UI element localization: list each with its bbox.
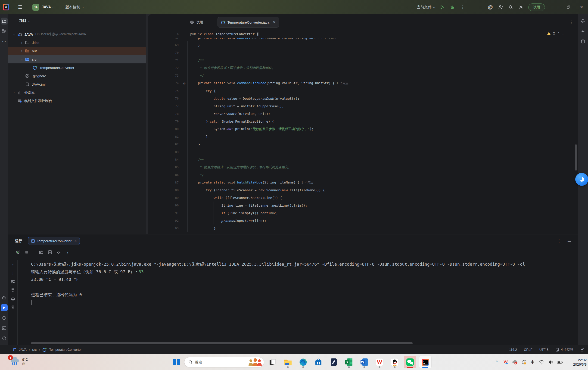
code-line-72[interactable]: 72 * 命令行参数模式：两个参数，分别为数值和单位。 bbox=[148, 64, 578, 72]
taskbar-wechat[interactable] bbox=[404, 356, 416, 368]
sticky-line[interactable]: 4public class TemperatureConverter { bbox=[148, 30, 578, 38]
taskbar-excel[interactable] bbox=[343, 356, 355, 368]
scroll-down-icon[interactable]: ↓ bbox=[10, 271, 16, 275]
code-line-74[interactable]: 74@ private static void commandLineMode(… bbox=[148, 79, 578, 87]
code-line-82[interactable]: 82 } bbox=[148, 140, 578, 148]
cloud-error-icon[interactable] bbox=[512, 359, 518, 365]
code-line-93[interactable]: 93 } bbox=[148, 224, 578, 232]
search-icon[interactable] bbox=[506, 0, 516, 14]
search-box[interactable]: 搜索 bbox=[184, 357, 264, 367]
breadcrumb-item[interactable]: TemperatureConverter bbox=[49, 348, 82, 351]
window-close-button[interactable]: ✕ bbox=[575, 0, 588, 14]
code-line-86[interactable]: 86 */ bbox=[148, 171, 578, 179]
terminal-icon[interactable] bbox=[1, 325, 8, 332]
profiler-icon[interactable] bbox=[56, 250, 62, 254]
chevron-collapsed-icon[interactable]: › bbox=[19, 49, 25, 53]
run-icon[interactable] bbox=[1, 304, 8, 311]
editor-area[interactable]: 试用 TemperatureConverter.java ✕ ⋮ 4public… bbox=[148, 14, 578, 234]
main-menu-icon[interactable]: ☰ bbox=[18, 4, 22, 10]
code-line-81[interactable]: 81 } bbox=[148, 133, 578, 140]
lock-icon[interactable] bbox=[580, 348, 584, 352]
floating-assistant-button[interactable] bbox=[575, 173, 588, 186]
notifications-icon[interactable] bbox=[579, 18, 586, 24]
tree-item-JAVA.iml[interactable]: JAVA.iml bbox=[8, 80, 146, 88]
code-line-88[interactable]: 88 try (Scanner fileScanner = new Scanne… bbox=[148, 186, 578, 194]
tray-chevron-icon[interactable]: ⌃ bbox=[494, 359, 500, 365]
code-line-4[interactable]: 4public class TemperatureConverter { bbox=[148, 30, 578, 38]
code-line-85[interactable]: 85 * 批量文件模式：从指定文件逐行读取，每行格式同交互输入。 bbox=[148, 163, 578, 171]
taskbar-edge[interactable] bbox=[297, 356, 309, 368]
stop-icon[interactable] bbox=[24, 250, 30, 254]
code-line-90[interactable]: 90 String line = fileScanner.nextLine().… bbox=[148, 201, 578, 209]
taskbar-idea[interactable]: IJ bbox=[419, 356, 431, 368]
code-line-78[interactable]: 78 convertAndPrint(value, unit); bbox=[148, 110, 578, 117]
project-avatar[interactable]: JA bbox=[32, 4, 39, 11]
tree-item-out[interactable]: ›out bbox=[8, 47, 146, 55]
ai-assistant-icon[interactable] bbox=[579, 28, 586, 35]
weather-widget[interactable]: 1 9°C 雨 bbox=[9, 356, 28, 367]
taskbar-wps[interactable] bbox=[373, 356, 386, 368]
indent-setting[interactable]: 4 个空格 bbox=[555, 348, 573, 352]
code-line-69[interactable]: 69 } bbox=[148, 41, 578, 49]
code-line-73[interactable]: 73 */ bbox=[148, 72, 578, 79]
run-button[interactable] bbox=[437, 0, 447, 14]
sync-icon[interactable] bbox=[521, 359, 527, 365]
next-warning-icon[interactable]: ⌃ bbox=[562, 32, 564, 35]
code-line-89[interactable]: 89 while (fileScanner.hasNextLine()) { bbox=[148, 194, 578, 201]
chevron-expanded-icon[interactable]: ⌄ bbox=[11, 32, 17, 36]
vcs-menu[interactable]: 版本控制 bbox=[65, 5, 80, 10]
add-user-icon[interactable] bbox=[495, 0, 506, 14]
breadcrumb-item[interactable]: JAVA bbox=[19, 348, 27, 351]
scroll-to-end-icon[interactable] bbox=[10, 288, 16, 293]
taskbar-ms-store[interactable] bbox=[312, 356, 325, 368]
code-line-77[interactable]: 77 String unit = unitStr.toUpperCase(); bbox=[148, 102, 578, 110]
code-line-57[interactable]: 57 private static void convertAndPrint(d… bbox=[148, 38, 578, 41]
code-line-75[interactable]: 75 try { bbox=[148, 87, 578, 95]
soft-wrap-icon[interactable] bbox=[10, 279, 16, 284]
project-icon[interactable] bbox=[1, 18, 8, 24]
line-ending[interactable]: CRLF bbox=[524, 348, 533, 351]
scroll-up-icon[interactable]: ↑ bbox=[10, 263, 16, 267]
at-mention-icon[interactable]: @ bbox=[485, 0, 495, 14]
window-maximize-button[interactable] bbox=[562, 0, 575, 14]
ime-icon[interactable]: 中 bbox=[530, 359, 536, 365]
close-tab-icon[interactable]: ✕ bbox=[273, 20, 276, 24]
chevron-expanded-icon[interactable]: ⌄ bbox=[19, 57, 25, 61]
build-icon[interactable] bbox=[1, 294, 8, 301]
taskbar-task-view[interactable] bbox=[266, 356, 279, 368]
trial-badge[interactable]: 试用 bbox=[528, 3, 545, 11]
code-line-84[interactable]: 84 /** bbox=[148, 156, 578, 163]
code-line-76[interactable]: 76 double value = Double.parseDouble(val… bbox=[148, 95, 578, 102]
screenshot-icon[interactable] bbox=[38, 250, 44, 254]
console-horizontal-scrollbar[interactable] bbox=[31, 342, 413, 344]
clear-icon[interactable] bbox=[10, 305, 16, 310]
breadcrumb-item[interactable]: src bbox=[32, 348, 37, 351]
code-line-91[interactable]: 91 if (line.isEmpty()) continue; bbox=[148, 209, 578, 217]
settings-gear-icon[interactable] bbox=[516, 0, 526, 14]
code-line-80[interactable]: 80 System.out.println("无效的数值参数，请提供正确的数字。… bbox=[148, 125, 578, 133]
code-viewport[interactable]: 69 }7071 /**72 * 命令行参数模式：两个参数，分别为数值和单位。7… bbox=[148, 41, 578, 232]
code-line-71[interactable]: 71 /** bbox=[148, 56, 578, 64]
run-config-selector[interactable]: 当前文件⌄ bbox=[417, 5, 435, 10]
tree-item-.gitignore[interactable]: .gitignore bbox=[8, 72, 146, 80]
file-encoding[interactable]: UTF-8 bbox=[539, 348, 549, 351]
prev-warning-icon[interactable]: ⌃ bbox=[557, 32, 559, 35]
taskbar-quark[interactable] bbox=[327, 356, 340, 368]
inspections-widget[interactable]: 2 ⌃ ⌃ bbox=[547, 32, 564, 35]
tool-window-icon[interactable] bbox=[13, 348, 17, 352]
run-tab-temperatureconverter[interactable]: TemperatureConverter ✕ bbox=[28, 237, 80, 245]
caret-position[interactable]: 116:2 bbox=[509, 348, 517, 351]
start-button[interactable] bbox=[171, 357, 182, 368]
run-panel-options-icon[interactable]: ⋮ bbox=[557, 238, 561, 243]
more-actions-icon[interactable]: ⋮ bbox=[458, 0, 468, 14]
hide-panel-icon[interactable]: — bbox=[568, 239, 571, 243]
code-line-87[interactable]: 87 private static void batchFileMode(Str… bbox=[148, 179, 578, 186]
volume-icon[interactable] bbox=[548, 359, 554, 365]
import-test-result-icon[interactable] bbox=[47, 250, 53, 254]
taskbar-file-explorer[interactable] bbox=[282, 356, 294, 368]
structure-icon[interactable] bbox=[1, 28, 8, 35]
tab-options-icon[interactable]: ⋮ bbox=[569, 20, 573, 25]
tab-temperatureconverter[interactable]: TemperatureConverter.java ✕ bbox=[218, 17, 279, 28]
taskbar-qq[interactable] bbox=[388, 356, 401, 368]
taskbar-word[interactable] bbox=[358, 356, 370, 368]
